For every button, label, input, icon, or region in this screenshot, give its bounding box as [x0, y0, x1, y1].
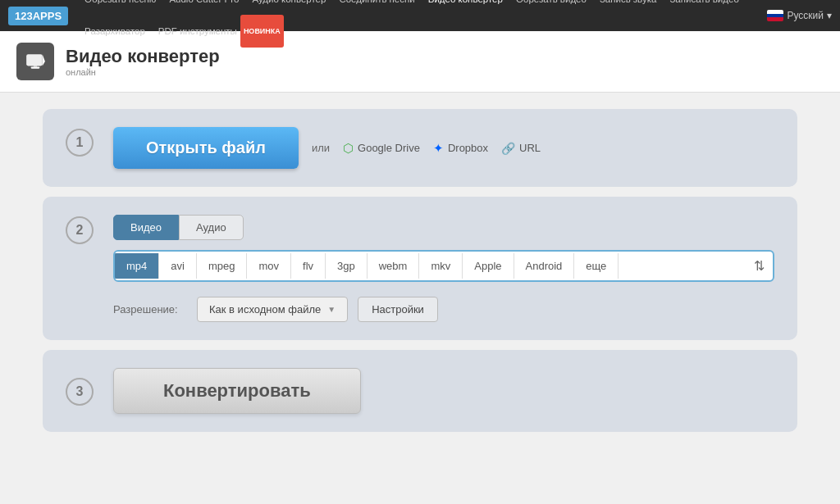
page-title-block: Видео конвертер онлайн: [66, 46, 220, 77]
tab-video[interactable]: Видео: [113, 215, 179, 240]
nav-cut-video[interactable]: Обрезать видео: [509, 0, 593, 15]
format-mp4[interactable]: mp4: [115, 253, 159, 279]
or-text: или: [312, 142, 330, 154]
settings-button[interactable]: Настройки: [358, 297, 438, 322]
page-subtitle: онлайн: [66, 67, 220, 77]
format-mpeg[interactable]: mpeg: [197, 253, 248, 279]
format-mkv[interactable]: mkv: [419, 253, 463, 279]
format-webm[interactable]: webm: [368, 253, 420, 279]
format-scroll-icon[interactable]: ⇅: [746, 252, 773, 280]
page-title: Видео конвертер: [66, 46, 220, 67]
svg-rect-0: [26, 54, 42, 66]
step1-card: 1 Открыть файл или ⬡ Google Drive ✦ Drop…: [43, 109, 797, 187]
step1-row: Открыть файл или ⬡ Google Drive ✦ Dropbo…: [113, 127, 774, 169]
resolution-row: Разрешение: Как в исходном файле ▼ Настр…: [113, 297, 774, 322]
nav-pdf-tools[interactable]: PDF инструменты НОВИНКА: [152, 15, 290, 48]
nav-links: Обрезать песню Audio Cutter Pro Аудио ко…: [78, 0, 767, 48]
convert-button[interactable]: Конвертировать: [113, 368, 361, 414]
nav-audio-converter[interactable]: Аудио конвертер: [245, 0, 332, 15]
nav-record-video[interactable]: Записать видео: [663, 0, 745, 15]
nav-record-sound[interactable]: Запись звука: [593, 0, 664, 15]
step2-number: 2: [66, 216, 94, 244]
lang-chevron-icon: ▾: [827, 10, 832, 21]
tab-audio[interactable]: Аудио: [179, 215, 244, 240]
navbar: 123APPS Обрезать песню Audio Cutter Pro …: [0, 0, 840, 31]
step2-card: 2 Видео Аудио mp4 avi mpeg mov flv 3gp w…: [43, 197, 797, 340]
format-android[interactable]: Android: [514, 253, 575, 279]
resolution-label: Разрешение:: [113, 303, 187, 316]
dropbox-icon: ✦: [433, 141, 444, 156]
gdrive-icon: ⬡: [343, 141, 354, 156]
nav-cut-song[interactable]: Обрезать песню: [78, 0, 162, 15]
step1-content: Открыть файл или ⬡ Google Drive ✦ Dropbo…: [113, 127, 774, 169]
resolution-select[interactable]: Как в исходном файле ▼: [197, 297, 348, 322]
step1-number: 1: [66, 129, 94, 157]
nav-audio-cutter[interactable]: Audio Cutter Pro: [162, 0, 245, 15]
resolution-arrow-icon: ▼: [327, 305, 336, 314]
external-links: ⬡ Google Drive ✦ Dropbox 🔗 URL: [343, 141, 541, 156]
page-icon: [16, 43, 54, 80]
svg-marker-1: [43, 54, 45, 66]
step3-number: 3: [66, 378, 94, 406]
logo[interactable]: 123APPS: [8, 7, 68, 25]
format-apple[interactable]: Apple: [463, 253, 514, 279]
format-more[interactable]: еще: [574, 253, 619, 279]
step3-card: 3 Конвертировать: [43, 350, 797, 432]
format-tabs: Видео Аудио: [113, 215, 774, 240]
nav-join-songs[interactable]: Соединить песни: [332, 0, 421, 15]
main-content: 1 Открыть файл или ⬡ Google Drive ✦ Drop…: [18, 93, 822, 458]
flag-icon: [767, 10, 783, 21]
dropbox-link[interactable]: ✦ Dropbox: [433, 141, 488, 156]
svg-rect-2: [31, 67, 40, 69]
url-icon: 🔗: [501, 142, 515, 155]
url-link[interactable]: 🔗 URL: [501, 142, 541, 155]
open-file-button[interactable]: Открыть файл: [113, 127, 299, 169]
step3-content: Конвертировать: [113, 368, 361, 414]
language-selector[interactable]: Русский ▾: [767, 10, 832, 21]
format-selector: mp4 avi mpeg mov flv 3gp webm mkv Apple …: [113, 250, 774, 282]
nav-video-converter[interactable]: Видео конвертер: [422, 0, 509, 15]
format-3gp[interactable]: 3gp: [326, 253, 368, 279]
svg-rect-3: [34, 66, 37, 66]
format-avi[interactable]: avi: [159, 253, 197, 279]
format-mov[interactable]: mov: [247, 253, 291, 279]
nav-unarchive[interactable]: Разархиватор: [78, 16, 152, 47]
format-flv[interactable]: flv: [291, 253, 326, 279]
new-badge: НОВИНКА: [240, 15, 284, 48]
step2-content: Видео Аудио mp4 avi mpeg mov flv 3gp web…: [113, 215, 774, 322]
google-drive-link[interactable]: ⬡ Google Drive: [343, 141, 420, 156]
